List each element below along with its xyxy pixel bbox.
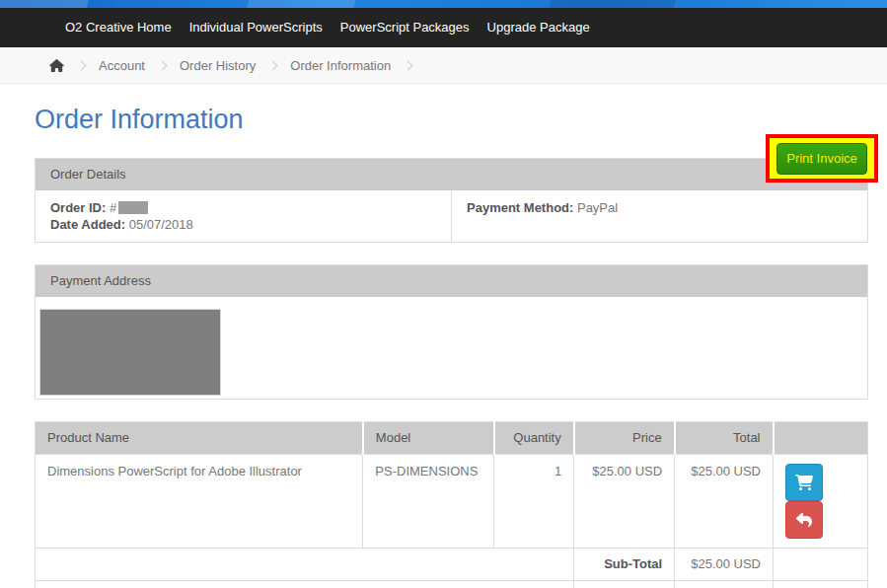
main-nav: O2 Creative Home Individual PowerScripts… [0,8,887,47]
payment-method-label: Payment Method: [467,200,573,215]
payment-address-heading: Payment Address [36,265,867,297]
order-details-right: Payment Method: PayPal [452,190,867,242]
col-model: Model [363,422,494,455]
order-information-page: { "nav": { "items": [ {"label": "O2 Crea… [0,0,887,588]
nav-item-upgrade-package[interactable]: Upgrade Package [479,8,599,47]
subtotal-actions-spacer [774,549,868,581]
chevron-right-icon [404,60,413,70]
chevron-right-icon [268,60,278,70]
total-label: Total [574,581,675,588]
model-cell: PS-DIMENSIONS [363,455,494,549]
col-product-name: Product Name [36,422,363,455]
subtotal-label: Sub-Total [574,549,675,581]
subtotal-spacer [36,549,574,581]
payment-address-panel: Payment Address [35,264,868,400]
order-items-table: Product Name Model Quantity Price Total … [35,421,868,588]
breadcrumb: Account Order History Order Information [0,47,887,84]
top-accent-strip [0,0,887,8]
date-added-line: Date Added: 05/07/2018 [50,216,436,233]
total-row: Total $25.00 USD [36,581,868,588]
breadcrumb-order-history[interactable]: Order History [180,58,256,73]
order-details-panel: Order Details Order ID: # Date Added: 05… [35,158,868,243]
chevron-right-icon [158,60,168,70]
chevron-right-icon [77,60,87,70]
total-cell: $25.00 USD [675,455,774,549]
nav-item-individual-powerscripts[interactable]: Individual PowerScripts [181,8,332,47]
quantity-cell: 1 [494,455,574,549]
return-button[interactable] [785,501,823,539]
total-actions-spacer [774,581,868,588]
nav-item-o2-creative-home[interactable]: O2 Creative Home [56,8,181,47]
breadcrumb-account[interactable]: Account [99,58,145,73]
order-id-label: Order ID: [50,200,106,215]
reply-icon [796,512,812,528]
total-spacer [36,581,574,588]
total-value: $25.00 USD [675,581,774,588]
date-added-value: 05/07/2018 [129,217,193,232]
payment-method-value: PayPal [577,200,618,215]
col-price: Price [574,422,675,455]
payment-method-line: Payment Method: PayPal [467,199,852,216]
product-name-cell: Dimensions PowerScript for Adobe Illustr… [36,455,363,549]
table-header-row: Product Name Model Quantity Price Total [36,422,868,455]
order-details-body: Order ID: # Date Added: 05/07/2018 Payme… [36,190,867,242]
print-invoice-button[interactable]: Print Invoice [776,143,867,175]
order-id-line: Order ID: # [50,199,436,216]
order-id-value: # [110,200,116,215]
payment-address-body [36,297,867,399]
redacted-order-id [118,201,148,214]
subtotal-value: $25.00 USD [675,549,774,581]
content: Order Information Print Invoice Order De… [35,102,868,588]
print-invoice-highlight: Print Invoice [766,134,878,183]
col-quantity: Quantity [494,422,574,455]
order-details-heading: Order Details [36,159,867,190]
page-title: Order Information [35,102,868,137]
breadcrumb-order-information[interactable]: Order Information [290,58,391,73]
redacted-address [39,309,221,396]
order-details-left: Order ID: # Date Added: 05/07/2018 [36,190,452,242]
add-to-cart-button[interactable] [785,464,823,501]
cart-icon [795,475,813,490]
actions-cell [774,455,868,549]
subtotal-row: Sub-Total $25.00 USD [36,549,868,581]
price-cell: $25.00 USD [574,455,675,549]
date-added-label: Date Added: [50,217,125,232]
home-icon[interactable] [49,59,64,72]
table-row: Dimensions PowerScript for Adobe Illustr… [36,455,868,549]
nav-item-powerscript-packages[interactable]: PowerScript Packages [332,8,479,47]
col-actions [774,422,868,455]
col-total: Total [675,422,774,455]
